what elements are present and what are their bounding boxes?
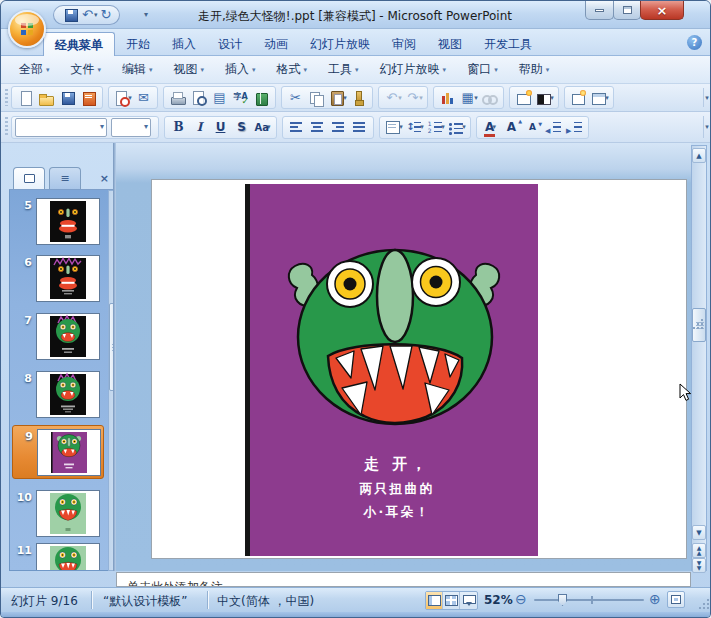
slide-thumbnail-image[interactable] <box>36 198 100 245</box>
align-center-button[interactable] <box>307 117 328 137</box>
slides-tab[interactable] <box>13 167 45 189</box>
black-white-button[interactable]: ▾ <box>534 88 555 108</box>
save-button[interactable] <box>57 88 78 108</box>
menu-item-format[interactable]: 格式▾ <box>273 58 312 81</box>
toolbar-overflow-icon[interactable]: ▾ <box>703 88 710 107</box>
zoom-level[interactable]: 52% <box>484 593 513 607</box>
help-button[interactable]: ? <box>687 35 702 50</box>
previous-slide-button[interactable]: ▲▲ <box>692 543 706 558</box>
zoom-out-button[interactable]: ⊖ <box>515 591 527 608</box>
toolbar-overflow-icon[interactable]: ▾ <box>703 116 710 138</box>
align-left-button[interactable] <box>286 117 307 137</box>
slide-design-button[interactable] <box>513 88 534 108</box>
restore-button[interactable] <box>613 1 641 20</box>
format-painter-button[interactable] <box>348 88 369 108</box>
slide-thumbnail-5[interactable]: 5 <box>12 195 104 249</box>
italic-button[interactable]: I <box>189 117 210 137</box>
align-right-button[interactable] <box>328 117 349 137</box>
menu-item-tools[interactable]: 工具▾ <box>324 58 363 81</box>
ribbon-tab-animations[interactable]: 动画 <box>253 32 299 56</box>
ribbon-tab-view[interactable]: 视图 <box>427 32 473 56</box>
scroll-down-button[interactable]: ▼ <box>692 525 706 540</box>
insert-table-button[interactable]: ▦▾ <box>458 88 479 108</box>
menu-item-insert[interactable]: 插入▾ <box>221 58 260 81</box>
font-name-combo[interactable] <box>15 118 107 137</box>
slide-thumbnail-6[interactable]: 6 <box>12 252 104 306</box>
slide-thumbnail-image[interactable] <box>36 313 100 360</box>
ribbon-tab-design[interactable]: 设计 <box>207 32 253 56</box>
scroll-up-button[interactable]: ▲ <box>692 148 706 163</box>
menu-item-file[interactable]: 文件▾ <box>67 58 106 81</box>
distribute-button[interactable] <box>349 117 370 137</box>
slide-canvas[interactable]: 走 开， 两只扭曲的 小·耳朵！ <box>151 179 687 559</box>
print-button[interactable] <box>167 88 188 108</box>
slide-thumbnail-10[interactable]: 10 <box>12 487 104 541</box>
open-button[interactable] <box>36 88 57 108</box>
print-preview-button[interactable] <box>188 88 209 108</box>
ribbon-tab-review[interactable]: 审阅 <box>381 32 427 56</box>
qat-redo-button[interactable]: ↻ <box>100 7 111 23</box>
menu-item-window[interactable]: 窗口▾ <box>463 58 502 81</box>
slide-thumbnail-image[interactable] <box>36 255 100 302</box>
ribbon-tab-developer[interactable]: 开发工具 <box>473 32 543 56</box>
numbering-button[interactable]: ▾ <box>425 117 446 137</box>
slide-thumbnail-7[interactable]: 7 <box>12 310 104 364</box>
qat-save-button[interactable] <box>62 7 79 23</box>
increase-indent-button[interactable] <box>564 117 585 137</box>
slide-thumbnail-9[interactable]: 9 <box>12 425 104 479</box>
panel-close-button[interactable]: × <box>100 172 109 189</box>
redo-button[interactable]: ↷▾ <box>403 88 424 108</box>
slide-thumbnail-11[interactable]: 11 <box>12 540 104 571</box>
zoom-in-button[interactable]: ⊕ <box>649 591 661 608</box>
placeholder-button[interactable]: ▾ <box>383 117 404 137</box>
menu-item-help[interactable]: 帮助▾ <box>515 58 554 81</box>
decrease-indent-button[interactable] <box>543 117 564 137</box>
fit-to-window-button[interactable] <box>667 591 685 608</box>
minimize-button[interactable] <box>585 1 614 20</box>
template-name[interactable]: “默认设计模板” <box>103 593 187 610</box>
font-color-button[interactable]: A▾ <box>480 117 501 137</box>
editor-scrollbar[interactable]: ▲ ▼ ▲▲ ▼▼ <box>691 145 707 571</box>
insert-chart-button[interactable] <box>437 88 458 108</box>
shadow-button[interactable]: S <box>231 117 252 137</box>
new-button[interactable] <box>15 88 36 108</box>
slide-thumbnail-image[interactable] <box>36 371 100 418</box>
underline-button[interactable]: U <box>210 117 231 137</box>
zoom-slider[interactable] <box>534 599 644 601</box>
slide-layout-button[interactable]: ▾ <box>589 88 610 108</box>
undo-button[interactable]: ↶▾ <box>382 88 403 108</box>
hyperlink-button[interactable] <box>479 88 500 108</box>
ribbon-tab-classic-menu[interactable]: 经典菜单 <box>43 32 115 56</box>
grow-font-button[interactable]: A <box>501 117 522 137</box>
outline-tab[interactable]: ≡ <box>49 167 81 189</box>
new-slide-button[interactable] <box>568 88 589 108</box>
menu-item-edit[interactable]: 编辑▾ <box>118 58 157 81</box>
resize-grip[interactable] <box>696 596 710 610</box>
close-button[interactable]: × <box>640 1 684 20</box>
slide-thumbnail-image[interactable] <box>36 543 100 571</box>
notes-pane[interactable]: 单击此处添加备注 <box>116 572 691 587</box>
paste-button[interactable]: ▾ <box>327 88 348 108</box>
qat-undo-button[interactable]: ↶▾ <box>82 7 97 23</box>
menu-item-view[interactable]: 视图▾ <box>170 58 209 81</box>
research-button[interactable] <box>251 88 272 108</box>
line-spacing-button[interactable]: ↕▾ <box>404 117 425 137</box>
bold-button[interactable]: B <box>168 117 189 137</box>
slide-editor[interactable]: 走 开， 两只扭曲的 小·耳朵！ <box>116 143 691 571</box>
ribbon-tab-home[interactable]: 开始 <box>115 32 161 56</box>
zoom-slider-thumb[interactable] <box>558 594 567 606</box>
slide-thumbnail-8[interactable]: 8 <box>12 368 104 422</box>
slide-show-button[interactable] <box>460 592 477 609</box>
font-size-combo[interactable] <box>111 118 151 137</box>
scrollbar-thumb[interactable] <box>692 308 706 342</box>
language-indicator[interactable]: 中文(简体 ，中国) <box>217 593 314 610</box>
permission-button[interactable]: ▾ <box>112 88 133 108</box>
shrink-font-button[interactable]: A <box>522 117 543 137</box>
mail-button[interactable]: ✉ <box>133 88 154 108</box>
scrollbar-track[interactable] <box>692 163 706 523</box>
slide-sorter-button[interactable] <box>443 592 460 609</box>
title-bar[interactable]: ↶▾ ↻ ▾ 走开,绿色大怪物!.ppt [兼容模式] - Microsoft … <box>1 1 711 29</box>
normal-view-button[interactable] <box>426 592 443 609</box>
office-button[interactable] <box>8 10 46 48</box>
print-what-button[interactable]: ▤ <box>209 88 230 108</box>
